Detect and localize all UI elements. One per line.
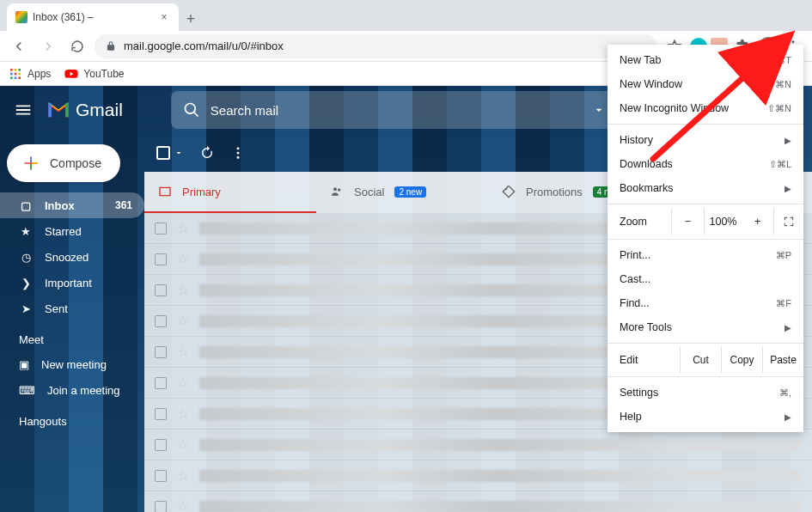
gmail-sidebar: Compose ▢Inbox361 ★Starred ◷Snoozed ❯Imp… (0, 134, 144, 512)
select-all-checkbox[interactable] (156, 146, 170, 160)
menu-downloads[interactable]: Downloads⇧⌘L (607, 152, 803, 176)
menu-edit: Edit Cut Copy Paste (607, 347, 803, 373)
row-star-icon[interactable]: ☆ (177, 251, 189, 267)
row-checkbox[interactable] (155, 315, 167, 327)
svg-point-13 (237, 152, 240, 155)
gmail-logo[interactable]: Gmail (46, 100, 123, 120)
svg-rect-10 (15, 76, 17, 79)
row-checkbox[interactable] (155, 501, 167, 513)
row-checkbox[interactable] (155, 222, 167, 235)
menu-settings[interactable]: Settings⌘, (607, 381, 803, 405)
compose-label: Compose (50, 156, 101, 170)
important-icon: ❯ (19, 277, 33, 290)
message-row[interactable]: ☆ (144, 430, 812, 460)
apps-grid-icon (9, 67, 22, 81)
folder-starred[interactable]: ★Starred (0, 218, 144, 244)
tab-primary[interactable]: Primary (144, 172, 316, 213)
video-icon: ▣ (19, 358, 29, 371)
folder-inbox[interactable]: ▢Inbox361 (0, 192, 144, 218)
row-star-icon[interactable]: ☆ (177, 313, 189, 329)
search-bar[interactable] (171, 91, 618, 129)
chevron-right-icon: ▶ (785, 412, 791, 422)
row-star-icon[interactable]: ☆ (177, 344, 189, 360)
message-row[interactable]: ☆ (144, 460, 812, 491)
edit-paste-button[interactable]: Paste (762, 347, 803, 373)
close-icon[interactable]: × (158, 11, 170, 23)
row-checkbox[interactable] (155, 346, 167, 358)
menu-print[interactable]: Print...⌘P (607, 243, 803, 267)
row-checkbox[interactable] (155, 284, 167, 296)
row-checkbox[interactable] (155, 377, 167, 389)
zoom-out-button[interactable]: − (672, 208, 705, 235)
gmail-favicon (15, 11, 27, 23)
row-star-icon[interactable]: ☆ (177, 375, 189, 391)
menu-more-tools[interactable]: More Tools▶ (607, 315, 803, 339)
chrome-menu: New Tab⌘T New Window⌘N New Incognito Win… (607, 45, 803, 432)
edit-copy-button[interactable]: Copy (721, 347, 762, 373)
row-checkbox[interactable] (155, 408, 167, 420)
more-icon[interactable] (230, 145, 246, 161)
folder-snoozed[interactable]: ◷Snoozed (0, 244, 144, 270)
tab-title: Inbox (361) – (33, 11, 153, 23)
svg-point-12 (237, 147, 240, 149)
primary-icon (158, 185, 172, 198)
search-icon (183, 101, 200, 119)
row-checkbox[interactable] (155, 470, 167, 482)
row-star-icon[interactable]: ☆ (177, 220, 189, 236)
forward-button[interactable] (36, 34, 60, 58)
row-star-icon[interactable]: ☆ (177, 405, 189, 422)
browser-tab-active[interactable]: Inbox (361) – × (7, 3, 179, 31)
compose-button[interactable]: Compose (7, 144, 120, 182)
meet-heading: Meet (0, 321, 144, 351)
back-button[interactable] (7, 34, 31, 58)
folder-list: ▢Inbox361 ★Starred ◷Snoozed ❯Important ➤… (0, 192, 144, 321)
menu-new-window[interactable]: New Window⌘N (607, 72, 803, 96)
folder-sent[interactable]: ➤Sent (0, 296, 144, 321)
menu-new-tab[interactable]: New Tab⌘T (607, 48, 803, 72)
row-star-icon[interactable]: ☆ (177, 436, 189, 453)
star-icon: ★ (19, 225, 33, 238)
menu-bookmarks[interactable]: Bookmarks▶ (607, 176, 803, 200)
search-options-icon[interactable] (592, 103, 606, 117)
refresh-icon[interactable] (199, 145, 215, 161)
tab-social[interactable]: Social 2 new (316, 172, 488, 213)
youtube-bookmark[interactable]: YouTube (64, 67, 124, 81)
reload-button[interactable] (65, 34, 89, 58)
message-row[interactable]: ☆ (144, 491, 812, 512)
row-checkbox[interactable] (155, 439, 167, 451)
gmail-m-icon (46, 101, 70, 119)
new-meeting-button[interactable]: ▣New meeting (0, 351, 144, 377)
zoom-value: 100% (705, 216, 742, 228)
menu-history[interactable]: History▶ (607, 128, 803, 152)
join-meeting-button[interactable]: ⌨Join a meeting (0, 377, 144, 403)
svg-point-15 (333, 187, 337, 191)
social-icon (330, 185, 344, 198)
row-checkbox[interactable] (155, 253, 167, 265)
hangouts-heading: Hangouts (0, 403, 144, 433)
fullscreen-button[interactable] (774, 208, 803, 235)
svg-rect-7 (15, 72, 17, 75)
folder-important[interactable]: ❯Important (0, 270, 144, 296)
address-bar[interactable]: mail.google.com/mail/u/0/#inbox (95, 34, 657, 58)
chevron-down-icon[interactable] (174, 148, 184, 158)
row-star-icon[interactable]: ☆ (177, 467, 189, 484)
browser-tabstrip: Inbox (361) – × + (0, 0, 812, 31)
menu-help[interactable]: Help▶ (607, 405, 803, 429)
menu-find[interactable]: Find...⌘F (607, 291, 803, 315)
main-menu-icon[interactable] (14, 101, 33, 119)
keyboard-icon: ⌨ (19, 384, 35, 397)
row-star-icon[interactable]: ☆ (177, 498, 189, 512)
edit-cut-button[interactable]: Cut (680, 347, 721, 373)
svg-rect-3 (10, 69, 13, 71)
sent-icon: ➤ (19, 302, 33, 315)
new-tab-button[interactable]: + (179, 7, 203, 31)
apps-bookmark[interactable]: Apps (9, 67, 51, 81)
search-input[interactable] (211, 103, 582, 118)
social-badge: 2 new (394, 186, 426, 198)
chevron-right-icon: ▶ (785, 184, 791, 193)
menu-cast[interactable]: Cast... (607, 267, 803, 291)
zoom-in-button[interactable]: + (742, 208, 774, 235)
row-star-icon[interactable]: ☆ (177, 282, 189, 298)
menu-incognito[interactable]: New Incognito Window⇧⌘N (607, 96, 803, 120)
svg-point-14 (237, 156, 240, 159)
